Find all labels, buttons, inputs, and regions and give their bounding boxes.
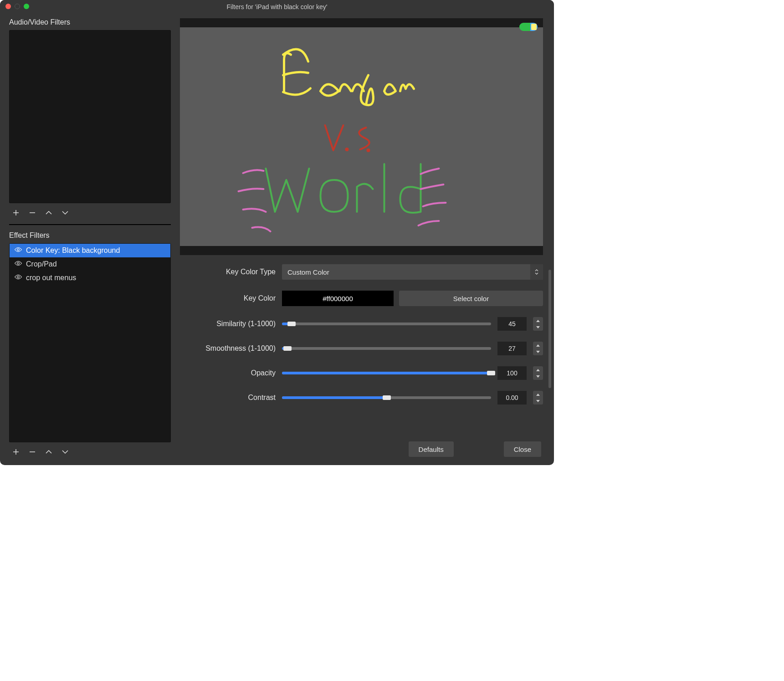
key-color-type-label: Key Color Type [180, 268, 276, 276]
slider-stepper[interactable] [533, 366, 543, 380]
stepper-down-icon[interactable] [533, 373, 543, 380]
close-window-icon[interactable] [5, 4, 11, 9]
effect-filter-label: Crop/Pad [26, 260, 57, 268]
remove-av-filter-button[interactable] [27, 208, 37, 218]
slider-stepper[interactable] [533, 342, 543, 355]
slider-value-input[interactable]: 0.00 [497, 391, 527, 405]
svg-point-4 [368, 149, 369, 151]
audio-video-toolbar [9, 203, 171, 221]
slider-track[interactable] [282, 372, 491, 374]
slider-thumb[interactable] [287, 322, 296, 326]
preview-area [180, 18, 543, 255]
slider-thumb[interactable] [283, 346, 292, 351]
preview-canvas [180, 27, 543, 246]
slider-stepper[interactable] [533, 317, 543, 331]
slider-thumb[interactable] [487, 371, 495, 375]
close-button[interactable]: Close [504, 441, 541, 457]
left-column: Audio/Video Filters Effect Filters Color… [0, 14, 175, 465]
visibility-eye-icon[interactable] [14, 259, 22, 269]
slider-value-input[interactable]: 45 [497, 317, 527, 331]
bottom-button-bar: Defaults Close [409, 441, 541, 457]
audio-video-filters-list[interactable] [9, 30, 171, 203]
visibility-eye-icon[interactable] [14, 273, 22, 283]
minimize-window-icon[interactable] [15, 4, 20, 9]
effect-toolbar [9, 442, 171, 461]
move-av-filter-up-button[interactable] [44, 208, 54, 218]
move-effect-filter-up-button[interactable] [44, 447, 54, 457]
select-stepper-icon[interactable] [530, 264, 543, 280]
stepper-up-icon[interactable] [533, 366, 543, 373]
preview-overlay-toggle[interactable] [519, 23, 538, 31]
key-color-type-select[interactable]: Custom Color [282, 264, 543, 280]
effect-filters-list[interactable]: Color Key: Black backgroundCrop/Padcrop … [9, 243, 171, 442]
slider-value-input[interactable]: 100 [497, 366, 527, 380]
filter-properties-form: Key Color Type Custom Color Key Color #f… [180, 255, 543, 405]
window-title: Filters for 'iPad with black color key' [227, 3, 328, 10]
stepper-down-icon[interactable] [533, 398, 543, 405]
slider-track[interactable] [282, 396, 491, 399]
move-av-filter-down-button[interactable] [60, 208, 70, 218]
slider-label: Similarity (1-1000) [180, 320, 276, 328]
slider-stepper[interactable] [533, 391, 543, 405]
effect-filter-row[interactable]: Color Key: Black background [10, 244, 170, 257]
visibility-eye-icon[interactable] [14, 246, 22, 256]
svg-point-0 [17, 249, 20, 251]
add-effect-filter-button[interactable] [11, 447, 21, 457]
slider-track[interactable] [282, 323, 491, 325]
svg-point-1 [17, 262, 20, 265]
effect-filter-label: Color Key: Black background [26, 246, 120, 255]
slider-track[interactable] [282, 347, 491, 350]
slider-label: Opacity [180, 369, 276, 377]
properties-scrollbar[interactable] [548, 270, 551, 388]
effect-filter-label: crop out menus [26, 274, 76, 282]
stepper-down-icon[interactable] [533, 324, 543, 331]
slider-value-input[interactable]: 27 [497, 342, 527, 355]
add-av-filter-button[interactable] [11, 208, 21, 218]
audio-video-filters-label: Audio/Video Filters [9, 18, 171, 26]
effect-filter-row[interactable]: crop out menus [10, 271, 170, 285]
key-color-label: Key Color [180, 294, 276, 302]
slider-label: Smoothness (1-1000) [180, 344, 276, 353]
svg-point-3 [346, 148, 348, 150]
filters-window: Filters for 'iPad with black color key' … [0, 0, 554, 465]
svg-point-2 [17, 276, 20, 278]
stepper-up-icon[interactable] [533, 317, 543, 324]
remove-effect-filter-button[interactable] [27, 447, 37, 457]
key-color-type-value: Custom Color [287, 268, 329, 276]
effect-filter-row[interactable]: Crop/Pad [10, 257, 170, 271]
zoom-window-icon[interactable] [24, 4, 29, 9]
effect-filters-label: Effect Filters [9, 231, 171, 240]
defaults-button[interactable]: Defaults [409, 441, 454, 457]
title-bar: Filters for 'iPad with black color key' [0, 0, 554, 14]
right-column: Key Color Type Custom Color Key Color #f… [175, 14, 554, 465]
select-color-button[interactable]: Select color [399, 291, 543, 306]
move-effect-filter-down-button[interactable] [60, 447, 70, 457]
stepper-up-icon[interactable] [533, 391, 543, 398]
key-color-swatch[interactable]: #ff000000 [282, 291, 394, 306]
window-controls [5, 4, 29, 9]
slider-label: Contrast [180, 394, 276, 402]
slider-thumb[interactable] [383, 395, 391, 400]
stepper-down-icon[interactable] [533, 348, 543, 355]
section-divider [9, 224, 171, 225]
stepper-up-icon[interactable] [533, 342, 543, 348]
